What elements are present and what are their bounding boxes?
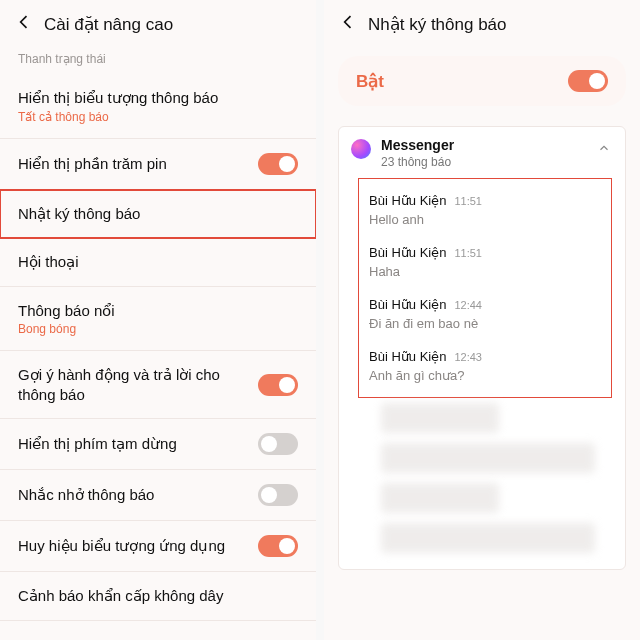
settings-row[interactable]: Nhật ký thông báo xyxy=(0,190,316,239)
section-label: Thanh trạng thái xyxy=(0,46,316,74)
row-subtitle: Bong bóng xyxy=(18,322,298,336)
master-toggle[interactable] xyxy=(568,70,608,92)
settings-row[interactable]: Hội thoại xyxy=(0,238,316,287)
notification-sender: Bùi Hữu Kiện xyxy=(369,245,446,260)
toggle[interactable] xyxy=(258,153,298,175)
row-title: Nhắc nhở thông báo xyxy=(18,485,258,505)
notification-message: Hello anh xyxy=(369,212,601,227)
notification-message: Anh ăn gì chưa? xyxy=(369,368,601,383)
notification-item[interactable]: Bùi Hữu Kiện11:51Haha xyxy=(369,237,601,289)
row-title: Huy hiệu biểu tượng ứng dụng xyxy=(18,536,258,556)
app-card: Messenger 23 thông báo Bùi Hữu Kiện11:51… xyxy=(338,126,626,570)
notification-sender: Bùi Hữu Kiện xyxy=(369,297,446,312)
settings-row[interactable]: Cảnh báo khẩn cấp không dây xyxy=(0,572,316,621)
notification-log-screen: Nhật ký thông báo Bật Messenger 23 thông… xyxy=(324,0,640,640)
notification-time: 12:43 xyxy=(454,351,482,363)
notification-message: Đi ăn đi em bao nè xyxy=(369,316,601,331)
page-title: Nhật ký thông báo xyxy=(368,14,507,35)
settings-row[interactable]: Hiển thị biểu tượng thông báoTất cả thôn… xyxy=(0,74,316,139)
settings-row[interactable]: Huy hiệu biểu tượng ứng dụng xyxy=(0,521,316,572)
notification-item[interactable]: Bùi Hữu Kiện12:43Anh ăn gì chưa? xyxy=(369,341,601,393)
settings-row[interactable]: Nhắc nhở thông báo xyxy=(0,470,316,521)
page-title: Cài đặt nâng cao xyxy=(44,14,173,35)
settings-row[interactable]: Thông báo nổiBong bóng xyxy=(0,287,316,352)
settings-row[interactable]: Hiển thị phần trăm pin xyxy=(0,139,316,190)
toggle[interactable] xyxy=(258,374,298,396)
row-title: Hiển thị phần trăm pin xyxy=(18,154,258,174)
toggle[interactable] xyxy=(258,433,298,455)
settings-row[interactable]: Hiển thị phím tạm dừng xyxy=(0,419,316,470)
notification-time: 12:44 xyxy=(454,299,482,311)
back-icon[interactable] xyxy=(14,12,34,36)
notification-sender: Bùi Hữu Kiện xyxy=(369,349,446,364)
notification-item[interactable]: Bùi Hữu Kiện11:51Hello anh xyxy=(369,185,601,237)
row-title: Hiển thị biểu tượng thông báo xyxy=(18,88,298,108)
back-icon[interactable] xyxy=(338,12,358,36)
row-title: Gợi ý hành động và trả lời cho thông báo xyxy=(18,365,258,404)
row-title: Cảnh báo khẩn cấp không dây xyxy=(18,586,298,606)
notification-time: 11:51 xyxy=(454,247,482,259)
settings-row[interactable]: Gợi ý hành động và trả lời cho thông báo xyxy=(0,351,316,419)
chevron-up-icon[interactable] xyxy=(597,141,611,159)
toggle[interactable] xyxy=(258,535,298,557)
master-toggle-row[interactable]: Bật xyxy=(338,56,626,106)
notification-message: Haha xyxy=(369,264,601,279)
row-title: Thông báo nổi xyxy=(18,301,298,321)
header: Nhật ký thông báo xyxy=(324,0,640,46)
settings-screen: Cài đặt nâng cao Thanh trạng thái Hiển t… xyxy=(0,0,316,640)
row-title: Hội thoại xyxy=(18,252,298,272)
app-header[interactable]: Messenger 23 thông báo xyxy=(351,137,613,169)
app-count: 23 thông báo xyxy=(381,155,454,169)
notification-sender: Bùi Hữu Kiện xyxy=(369,193,446,208)
toggle[interactable] xyxy=(258,484,298,506)
master-toggle-label: Bật xyxy=(356,71,384,92)
row-title: Hiển thị phím tạm dừng xyxy=(18,434,258,454)
notification-item[interactable]: Bùi Hữu Kiện12:44Đi ăn đi em bao nè xyxy=(369,289,601,341)
redacted-area xyxy=(381,403,595,553)
notification-time: 11:51 xyxy=(454,195,482,207)
header: Cài đặt nâng cao xyxy=(0,0,316,46)
notification-list: Bùi Hữu Kiện11:51Hello anhBùi Hữu Kiện11… xyxy=(359,179,611,397)
messenger-icon xyxy=(351,139,371,159)
row-subtitle: Tất cả thông báo xyxy=(18,110,298,124)
row-title: Nhật ký thông báo xyxy=(18,204,298,224)
app-name: Messenger xyxy=(381,137,454,153)
